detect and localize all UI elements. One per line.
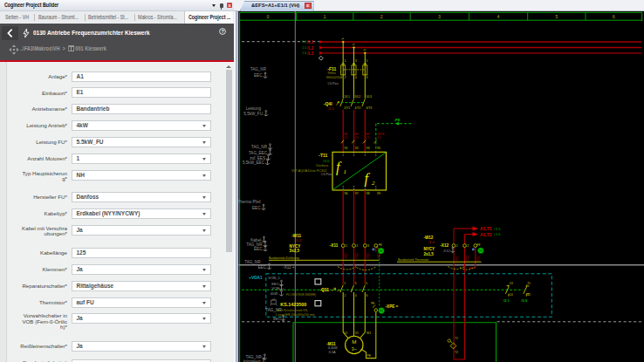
svg-text:EEC: EEC bbox=[273, 317, 281, 321]
svg-text:2,5: 2,5 bbox=[355, 136, 360, 140]
svg-text:VOB_1: VOB_1 bbox=[268, 276, 280, 280]
svg-text:/ 2.6: / 2.6 bbox=[494, 233, 500, 236]
svg-text:6: 6 bbox=[367, 294, 368, 297]
svg-text:96: 96 bbox=[344, 192, 347, 195]
svg-text:LV-Pos: LV-Pos bbox=[321, 173, 332, 176]
svg-text:0: 0 bbox=[267, 15, 270, 19]
svg-text:2,5: 2,5 bbox=[366, 136, 370, 140]
svg-text:PE: PE bbox=[371, 302, 374, 305]
svg-text:ktionstext: ktionstext bbox=[243, 359, 261, 362]
svg-text:3: 3 bbox=[355, 282, 357, 285]
svg-text:4,0kW: 4,0kW bbox=[328, 346, 338, 350]
svg-text:-PE: -PE bbox=[394, 118, 401, 122]
svg-text:-F11: -F11 bbox=[327, 66, 336, 72]
svg-text:15: 15 bbox=[455, 258, 458, 262]
svg-text:EEC: EEC bbox=[254, 247, 263, 251]
svg-text:91: 91 bbox=[344, 147, 347, 150]
svg-text:1: 1 bbox=[344, 168, 347, 175]
svg-text:/3.0: /3.0 bbox=[323, 159, 330, 163]
svg-text:1: 1 bbox=[344, 282, 346, 285]
svg-text:Bandantrieb Thermistor: Bandantrieb Thermistor bbox=[398, 258, 429, 262]
svg-text:5,5kW_FU: 5,5kW_FU bbox=[243, 112, 263, 116]
svg-text:KS.1423500: KS.1423500 bbox=[280, 302, 306, 307]
svg-text:/ 2.5: / 2.5 bbox=[494, 228, 500, 231]
svg-text:/2.6: /2.6 bbox=[521, 298, 528, 303]
svg-text:15: 15 bbox=[466, 258, 469, 262]
svg-text:Bandantrieb Zuführung: Bandantrieb Zuführung bbox=[269, 256, 299, 260]
svg-text:M: M bbox=[352, 338, 356, 345]
svg-text:13: 13 bbox=[510, 282, 513, 285]
svg-text:3: 3 bbox=[438, 15, 441, 19]
svg-text:/L2: /L2 bbox=[307, 45, 314, 51]
svg-text:92: 92 bbox=[355, 147, 359, 150]
svg-text:3x2,5: 3x2,5 bbox=[290, 249, 300, 253]
svg-text:PE: PE bbox=[367, 354, 372, 358]
svg-text:-W11: -W11 bbox=[291, 234, 301, 238]
svg-text:2x1,5: 2x1,5 bbox=[423, 252, 434, 256]
svg-text:3/L2: 3/L2 bbox=[355, 95, 361, 99]
svg-text:TAG_NR: TAG_NR bbox=[251, 145, 268, 149]
svg-text:Leistung: Leistung bbox=[246, 106, 262, 111]
svg-text:6/T3: 6/T3 bbox=[366, 106, 372, 110]
svg-text:4: 4 bbox=[497, 15, 500, 19]
svg-text:zuf. EES: zuf. EES bbox=[250, 156, 265, 161]
svg-text:6: 6 bbox=[367, 76, 368, 79]
svg-text:-X11: -X11 bbox=[330, 243, 339, 248]
svg-text:1: 1 bbox=[344, 59, 346, 63]
svg-text:1/L1: 1/L1 bbox=[344, 95, 350, 99]
svg-text:T1: T1 bbox=[455, 337, 458, 340]
svg-text:U1: U1 bbox=[344, 331, 347, 335]
svg-text:15: 15 bbox=[354, 256, 358, 259]
svg-text:NH00: NH00 bbox=[328, 72, 336, 75]
svg-text:LV-Pos: LV-Pos bbox=[328, 82, 339, 85]
svg-text:2,5: 2,5 bbox=[377, 136, 381, 140]
svg-text:TAG_NR: TAG_NR bbox=[244, 260, 261, 264]
svg-text:?: ? bbox=[221, 29, 223, 34]
svg-text:Thermo Pfeil: Thermo Pfeil bbox=[237, 200, 260, 204]
svg-text:95: 95 bbox=[377, 147, 380, 150]
svg-text:/1.4: /1.4 bbox=[428, 241, 434, 244]
svg-text:1: 1 bbox=[456, 244, 458, 248]
svg-text:-X11 +: -X11 + bbox=[283, 265, 295, 270]
svg-text:4: 4 bbox=[355, 294, 357, 297]
svg-text:PE: PE bbox=[379, 243, 382, 247]
svg-text:/L3: /L3 bbox=[307, 51, 314, 56]
svg-text:15: 15 bbox=[366, 256, 369, 259]
svg-text:-Q4I: -Q4I bbox=[324, 101, 332, 106]
svg-text:2: 2 bbox=[467, 244, 469, 248]
svg-text:1-türig 6HE 200x300x150 mm: 1-türig 6HE 200x300x150 mm bbox=[276, 313, 315, 317]
svg-text:14: 14 bbox=[510, 293, 513, 297]
svg-text:NYCY: NYCY bbox=[423, 247, 435, 251]
svg-text:4kW: 4kW bbox=[271, 291, 277, 296]
svg-text:Kabel: Kabel bbox=[250, 238, 261, 242]
svg-text:4: 4 bbox=[355, 76, 357, 79]
svg-text:W1: W1 bbox=[367, 331, 371, 335]
svg-text:3: 3 bbox=[355, 59, 357, 63]
svg-text:-X12: -X12 bbox=[442, 249, 451, 253]
svg-text:-Q11: -Q11 bbox=[319, 287, 329, 292]
svg-text:3~: 3~ bbox=[352, 346, 357, 352]
svg-text:-T11: -T11 bbox=[319, 153, 327, 158]
svg-text:93: 93 bbox=[367, 147, 370, 150]
svg-text:2,5: 2,5 bbox=[344, 136, 348, 140]
svg-text:1.6: 1.6 bbox=[302, 51, 306, 55]
svg-text:+VOA1: +VOA1 bbox=[249, 276, 263, 280]
svg-text:2: 2 bbox=[356, 244, 358, 248]
svg-text:98: 98 bbox=[367, 192, 370, 195]
svg-text:/L1: /L1 bbox=[307, 39, 314, 44]
svg-text:TAG_EEC: TAG_EEC bbox=[249, 151, 268, 155]
svg-text:5: 5 bbox=[556, 15, 558, 19]
svg-text:2: 2 bbox=[344, 294, 346, 297]
svg-text:PE: PE bbox=[477, 243, 481, 247]
svg-text:Danfoss: Danfoss bbox=[316, 164, 328, 167]
svg-text:-XPE =: -XPE = bbox=[386, 304, 399, 309]
svg-text:EEC: EEC bbox=[258, 265, 267, 270]
svg-text:1: 1 bbox=[346, 244, 347, 248]
svg-text:5: 5 bbox=[367, 59, 368, 63]
svg-text:/2.1: /2.1 bbox=[504, 298, 510, 303]
svg-text:2: 2 bbox=[344, 76, 346, 79]
svg-text:/1.2: /1.2 bbox=[296, 239, 301, 242]
svg-text:VOB: VOB bbox=[271, 286, 279, 290]
svg-text:1: 1 bbox=[324, 15, 326, 19]
svg-text:97: 97 bbox=[355, 192, 359, 195]
